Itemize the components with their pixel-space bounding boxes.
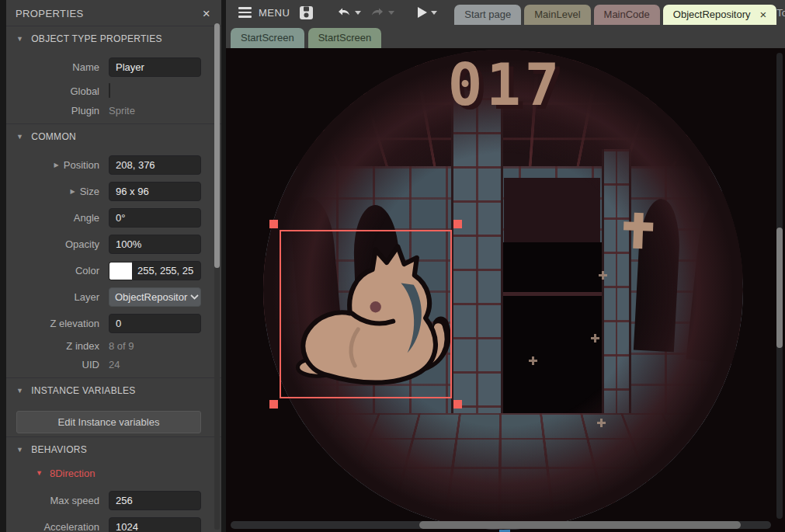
section-common[interactable]: ▼ COMMON bbox=[6, 123, 221, 148]
uid-label: UID bbox=[6, 359, 99, 370]
property-row-size: ▶ Size bbox=[6, 182, 221, 201]
name-label: Name bbox=[6, 61, 99, 73]
tab-label: Start page bbox=[464, 9, 511, 20]
undo-button[interactable] bbox=[332, 5, 366, 20]
tab-label: ObjectRepository bbox=[673, 9, 751, 20]
angle-input[interactable] bbox=[109, 208, 201, 228]
menu-label: MENU bbox=[259, 7, 290, 19]
property-row-max-speed: Max speed bbox=[6, 491, 221, 510]
redo-button[interactable] bbox=[366, 5, 399, 20]
preview-button[interactable] bbox=[413, 5, 442, 20]
acceleration-input[interactable] bbox=[109, 517, 201, 532]
properties-panel: PROPERTIES × ▼ OBJECT TYPE PROPERTIES Na… bbox=[6, 0, 221, 532]
z-index-label: Z index bbox=[6, 340, 99, 352]
global-label: Global bbox=[6, 85, 99, 97]
behavior-name: 8Direction bbox=[50, 468, 96, 479]
cross-sprite[interactable] bbox=[623, 212, 654, 249]
properties-panel-header: PROPERTIES × bbox=[6, 0, 221, 26]
user-chip[interactable]: Tom bbox=[776, 4, 785, 22]
z-index-value: 8 of 9 bbox=[109, 340, 201, 352]
properties-scrollbar-thumb[interactable] bbox=[214, 23, 220, 268]
behavior-8direction[interactable]: ▼ 8Direction bbox=[6, 461, 221, 484]
canvas-vertical-scrollbar[interactable] bbox=[776, 53, 783, 519]
selection-handle-bottom-right[interactable] bbox=[453, 400, 462, 409]
canvas-vertical-scrollbar-thumb[interactable] bbox=[776, 228, 783, 348]
max-speed-label: Max speed bbox=[6, 495, 99, 506]
expand-triangle-icon[interactable]: ▶ bbox=[54, 162, 59, 169]
subtab-label: StartScreen bbox=[318, 32, 372, 43]
redo-icon bbox=[370, 7, 384, 18]
selection-box[interactable] bbox=[280, 230, 452, 398]
layer-dropdown-value: ObjectRepositor bbox=[115, 291, 187, 303]
menu-button[interactable]: MENU bbox=[234, 4, 294, 22]
position-input[interactable] bbox=[109, 155, 201, 175]
properties-scrollbar[interactable] bbox=[214, 23, 220, 530]
undo-icon bbox=[337, 7, 351, 18]
property-row-global: Global bbox=[6, 84, 221, 98]
door-upper-shadow bbox=[504, 178, 600, 245]
max-speed-input[interactable] bbox=[109, 491, 201, 510]
canvas-horizontal-scrollbar-thumb[interactable] bbox=[419, 521, 741, 529]
undo-dropdown-icon[interactable] bbox=[355, 11, 361, 15]
save-button[interactable] bbox=[294, 3, 318, 23]
property-row-position: ▶ Position bbox=[6, 155, 221, 175]
subtab-startscreen-1[interactable]: StartScreen bbox=[231, 28, 304, 48]
close-icon[interactable]: × bbox=[760, 9, 767, 20]
close-icon[interactable]: × bbox=[201, 7, 212, 20]
size-label: Size bbox=[80, 186, 99, 197]
section-title: BEHAVIORS bbox=[31, 444, 87, 455]
property-row-opacity: Opacity bbox=[6, 235, 221, 254]
opacity-input[interactable] bbox=[109, 235, 201, 254]
tab-mainlevel[interactable]: MainLevel bbox=[524, 5, 590, 25]
global-checkbox[interactable] bbox=[109, 83, 110, 98]
collapse-triangle-icon: ▼ bbox=[16, 447, 23, 454]
section-title: INSTANCE VARIABLES bbox=[31, 385, 135, 396]
hamburger-icon bbox=[238, 7, 252, 18]
edit-instance-variables-button[interactable]: Edit Instance variables bbox=[16, 411, 201, 433]
tab-start-page[interactable]: Start page bbox=[454, 5, 521, 25]
position-label: Position bbox=[64, 159, 99, 171]
name-input[interactable] bbox=[109, 57, 201, 77]
origin-cross-marker bbox=[599, 271, 607, 280]
preview-dropdown-icon[interactable] bbox=[431, 11, 437, 15]
expand-triangle-icon[interactable]: ▶ bbox=[71, 188, 75, 195]
z-elevation-input[interactable] bbox=[109, 314, 201, 333]
section-instance-variables[interactable]: ▼ INSTANCE VARIABLES bbox=[6, 377, 221, 402]
tab-objectrepository[interactable]: ObjectRepository × bbox=[663, 5, 776, 25]
section-object-type-properties[interactable]: ▼ OBJECT TYPE PROPERTIES bbox=[6, 26, 221, 50]
section-title: OBJECT TYPE PROPERTIES bbox=[31, 33, 162, 44]
property-row-color: Color bbox=[6, 261, 221, 280]
origin-cross-marker bbox=[597, 419, 606, 427]
layout-canvas[interactable]: 017 bbox=[226, 48, 785, 532]
tab-maincode[interactable]: MainCode bbox=[594, 5, 660, 25]
selection-handle-top-left[interactable] bbox=[269, 220, 278, 228]
property-row-plugin: Plugin Sprite bbox=[6, 105, 221, 116]
room-number-sprite[interactable]: 017 bbox=[420, 51, 591, 118]
subtab-label: StartScreen bbox=[241, 32, 294, 43]
opacity-label: Opacity bbox=[6, 238, 99, 250]
plugin-label: Plugin bbox=[6, 105, 99, 116]
collapse-triangle-icon: ▼ bbox=[16, 134, 23, 141]
section-behaviors[interactable]: ▼ BEHAVIORS bbox=[6, 436, 221, 461]
subtab-startscreen-2[interactable]: StartScreen bbox=[308, 28, 382, 48]
topbar: MENU bbox=[226, 0, 785, 48]
size-input[interactable] bbox=[109, 182, 201, 201]
canvas-horizontal-scrollbar[interactable] bbox=[231, 521, 771, 529]
uid-value: 24 bbox=[109, 359, 201, 370]
room-floor bbox=[263, 413, 743, 530]
property-row-z-elevation: Z elevation bbox=[6, 314, 221, 333]
play-icon bbox=[418, 7, 427, 18]
property-row-z-index: Z index 8 of 9 bbox=[6, 340, 221, 352]
selection-handle-top-right[interactable] bbox=[453, 220, 462, 228]
origin-cross-marker bbox=[591, 334, 599, 342]
tab-label: MainCode bbox=[604, 9, 650, 20]
color-input[interactable] bbox=[132, 261, 201, 280]
origin-cross-marker bbox=[529, 356, 537, 365]
layer-dropdown[interactable]: ObjectRepositor bbox=[109, 287, 201, 307]
tab-label: MainLevel bbox=[534, 9, 580, 20]
color-swatch[interactable] bbox=[109, 262, 132, 280]
angle-label: Angle bbox=[6, 212, 99, 224]
collapse-triangle-icon: ▼ bbox=[16, 36, 23, 43]
selection-handle-bottom-left[interactable] bbox=[269, 400, 278, 409]
layout-subtabs: StartScreen StartScreen bbox=[226, 25, 785, 48]
